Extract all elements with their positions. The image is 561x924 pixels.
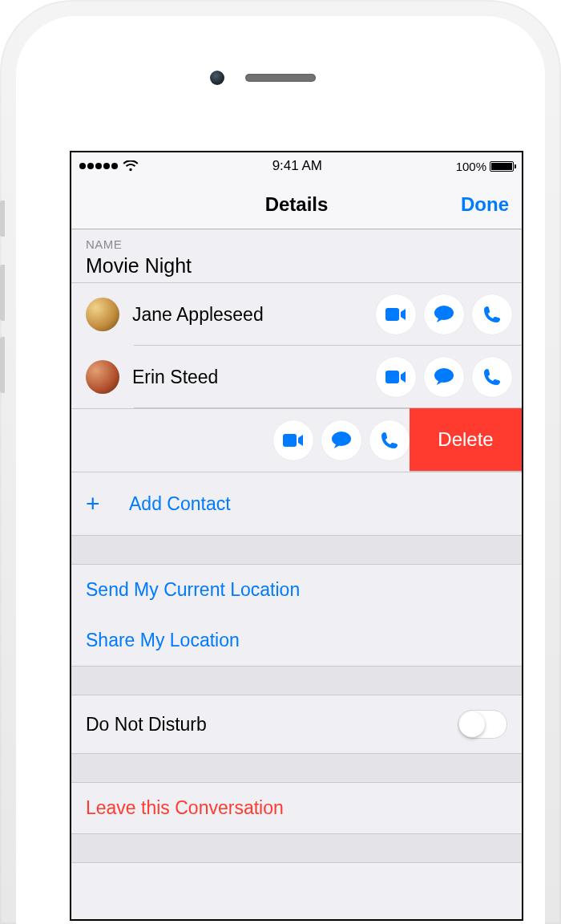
delete-button[interactable]: Delete bbox=[410, 408, 522, 472]
contact-row-swiped[interactable]: y Westover D bbox=[71, 408, 522, 472]
svg-point-1 bbox=[434, 306, 454, 320]
message-button[interactable] bbox=[424, 294, 464, 334]
dnd-row: Do Not Disturb bbox=[71, 695, 522, 754]
contact-name: y Westover bbox=[71, 430, 273, 452]
contact-row[interactable]: y Westover bbox=[71, 408, 410, 472]
facetime-button[interactable] bbox=[273, 420, 313, 460]
signal-icon bbox=[79, 163, 118, 169]
leave-conversation-button[interactable]: Leave this Conversation bbox=[71, 783, 522, 834]
call-button[interactable] bbox=[472, 357, 512, 397]
add-contact-button[interactable]: + Add Contact bbox=[71, 472, 522, 536]
contact-actions bbox=[273, 420, 410, 460]
battery-icon bbox=[490, 161, 514, 172]
contact-name: Erin Steed bbox=[132, 367, 376, 388]
toggle-knob bbox=[459, 711, 485, 737]
volume-up-button bbox=[0, 265, 5, 321]
call-button[interactable] bbox=[472, 294, 512, 334]
svg-point-5 bbox=[332, 432, 351, 446]
contact-name: Jane Appleseed bbox=[132, 304, 376, 326]
contact-actions bbox=[376, 294, 512, 334]
send-location-button[interactable]: Send My Current Location bbox=[71, 565, 522, 615]
screen: 9:41 AM 100% Details Done NAME Movie Nig… bbox=[70, 151, 523, 921]
avatar bbox=[86, 298, 119, 331]
mute-switch bbox=[0, 201, 5, 237]
status-bar: 9:41 AM 100% bbox=[71, 152, 522, 180]
call-button[interactable] bbox=[369, 420, 410, 460]
svg-rect-2 bbox=[385, 371, 399, 383]
done-button[interactable]: Done bbox=[461, 193, 509, 216]
section-separator bbox=[71, 667, 522, 695]
earpiece-icon bbox=[245, 74, 316, 82]
svg-rect-4 bbox=[283, 434, 297, 447]
nav-bar: Details Done bbox=[71, 180, 522, 229]
plus-icon: + bbox=[86, 490, 119, 517]
share-location-button[interactable]: Share My Location bbox=[71, 615, 522, 667]
contacts-section: Jane Appleseed bbox=[71, 283, 522, 536]
section-separator bbox=[71, 834, 522, 863]
status-left bbox=[79, 160, 139, 172]
avatar bbox=[86, 360, 119, 394]
facetime-button[interactable] bbox=[376, 294, 416, 334]
contact-actions bbox=[376, 357, 512, 397]
dnd-toggle[interactable] bbox=[458, 710, 507, 739]
message-button[interactable] bbox=[424, 357, 464, 397]
wifi-icon bbox=[123, 160, 139, 172]
dnd-label: Do Not Disturb bbox=[86, 714, 207, 736]
phone-frame: 9:41 AM 100% Details Done NAME Movie Nig… bbox=[0, 0, 561, 924]
status-time: 9:41 AM bbox=[272, 158, 322, 174]
volume-down-button bbox=[0, 337, 5, 393]
phone-inner: 9:41 AM 100% Details Done NAME Movie Nig… bbox=[16, 16, 545, 924]
svg-rect-0 bbox=[385, 308, 399, 321]
contact-row[interactable]: Erin Steed bbox=[71, 346, 522, 408]
svg-point-3 bbox=[434, 368, 454, 383]
section-separator bbox=[71, 536, 522, 565]
page-title: Details bbox=[265, 193, 329, 216]
battery-percent: 100% bbox=[456, 160, 486, 173]
camera-icon bbox=[210, 71, 224, 85]
section-separator bbox=[71, 754, 522, 783]
name-label: NAME bbox=[86, 237, 507, 251]
message-button[interactable] bbox=[321, 420, 361, 460]
contact-row[interactable]: Jane Appleseed bbox=[71, 283, 522, 346]
name-section: NAME Movie Night bbox=[71, 229, 522, 283]
facetime-button[interactable] bbox=[376, 357, 416, 397]
group-name-input[interactable]: Movie Night bbox=[86, 254, 507, 278]
status-right: 100% bbox=[456, 160, 514, 173]
add-contact-label: Add Contact bbox=[129, 493, 231, 515]
